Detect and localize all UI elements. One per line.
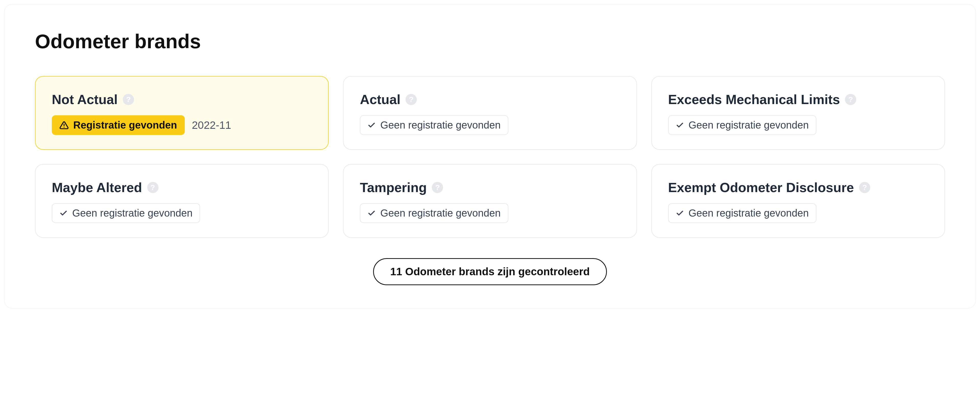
help-icon[interactable]: ? [845,94,856,105]
no-registration-badge: Geen registratie gevonden [52,203,200,223]
help-icon[interactable]: ? [432,182,443,193]
help-icon[interactable]: ? [406,94,417,105]
check-icon [368,121,375,129]
brand-card-header: Tampering ? [360,180,620,195]
help-icon[interactable]: ? [123,94,134,105]
brand-status-row: Geen registratie gevonden [52,203,312,223]
brand-card-title: Not Actual [52,92,118,107]
check-icon [59,209,68,218]
registration-date: 2022-11 [192,119,231,131]
status-label: Geen registratie gevonden [689,119,809,131]
no-registration-badge: Geen registratie gevonden [360,203,508,223]
help-icon[interactable]: ? [147,182,159,193]
check-icon [368,209,375,218]
status-label: Registratie gevonden [73,119,177,131]
brand-status-row: Registratie gevonden 2022-11 [52,115,312,135]
brand-card-title: Exempt Odometer Disclosure [668,180,854,195]
check-icon [676,209,684,218]
alert-triangle-icon [59,121,68,130]
status-label: Geen registratie gevonden [689,207,809,219]
brand-card-header: Not Actual ? [52,92,312,107]
brand-card-header: Exceeds Mechanical Limits ? [668,92,928,107]
brand-card-not-actual: Not Actual ? Registratie gevonden 2022-1… [35,76,329,150]
summary-pill[interactable]: 11 Odometer brands zijn gecontroleerd [373,258,607,285]
status-label: Geen registratie gevonden [380,207,501,219]
brand-card-title: Maybe Altered [52,180,142,195]
brand-card-maybe-altered: Maybe Altered ? Geen registratie gevonde… [35,164,329,238]
brand-card-exceeds-limits: Exceeds Mechanical Limits ? Geen registr… [651,76,945,150]
no-registration-badge: Geen registratie gevonden [360,115,508,135]
no-registration-badge: Geen registratie gevonden [668,203,816,223]
footer-row: 11 Odometer brands zijn gecontroleerd [35,258,945,285]
brand-card-actual: Actual ? Geen registratie gevonden [343,76,637,150]
brand-card-header: Actual ? [360,92,620,107]
odometer-brands-section: Odometer brands Not Actual ? Registr [4,4,976,308]
brands-grid: Not Actual ? Registratie gevonden 2022-1… [35,76,945,238]
section-title: Odometer brands [35,30,945,53]
help-icon[interactable]: ? [859,182,870,193]
brand-card-title: Actual [360,92,401,107]
brand-card-tampering: Tampering ? Geen registratie gevonden [343,164,637,238]
brand-status-row: Geen registratie gevonden [668,115,928,135]
status-label: Geen registratie gevonden [380,119,501,131]
check-icon [676,121,684,129]
brand-status-row: Geen registratie gevonden [360,203,620,223]
brand-status-row: Geen registratie gevonden [360,115,620,135]
status-label: Geen registratie gevonden [72,207,192,219]
brand-card-header: Maybe Altered ? [52,180,312,195]
registration-found-badge: Registratie gevonden [52,115,185,135]
brand-card-exempt-disclosure: Exempt Odometer Disclosure ? Geen regist… [651,164,945,238]
brand-card-header: Exempt Odometer Disclosure ? [668,180,928,195]
brand-card-title: Exceeds Mechanical Limits [668,92,840,107]
no-registration-badge: Geen registratie gevonden [668,115,816,135]
brand-status-row: Geen registratie gevonden [668,203,928,223]
brand-card-title: Tampering [360,180,427,195]
